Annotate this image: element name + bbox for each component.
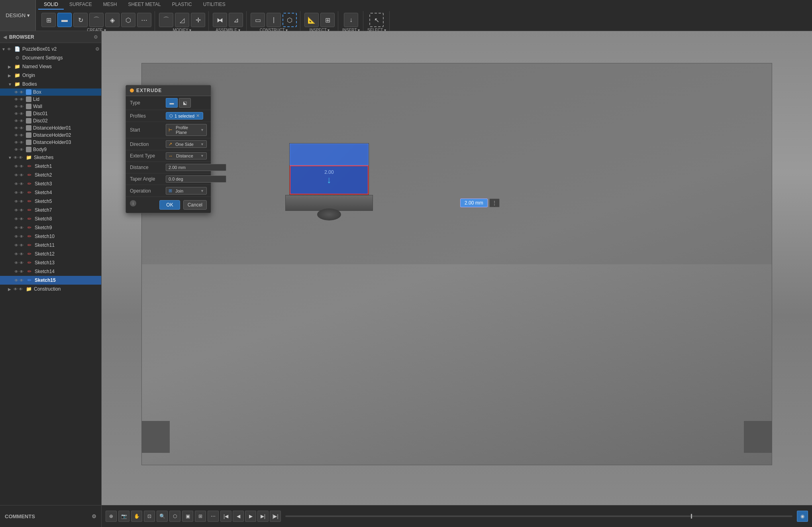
grid-icon[interactable]: ⊞ (195, 511, 206, 522)
tab-sheet-metal[interactable]: SHEET METAL (122, 0, 166, 10)
revolve-icon[interactable]: ↻ (73, 13, 88, 27)
tree-item-lid[interactable]: 👁👁 Lid (0, 96, 101, 103)
tree-item-sketch13[interactable]: 👁👁 ✏ Sketch13 (0, 258, 101, 267)
joint2-icon[interactable]: ⊿ (229, 13, 243, 27)
tree-item-sketch2[interactable]: 👁👁 ✏ Sketch2 (0, 171, 101, 179)
taper-angle-input[interactable] (166, 175, 226, 183)
design-button[interactable]: DESIGN ▾ (0, 0, 36, 31)
browser-collapse-icon[interactable]: ◀ (3, 34, 7, 40)
tree-item-sketch9[interactable]: 👁👁 ✏ Sketch9 (0, 223, 101, 232)
move-icon[interactable]: ✛ (191, 13, 205, 27)
eye-icon-dh03[interactable]: 👁 (14, 140, 18, 145)
timeline-start[interactable]: |◀ (220, 511, 231, 522)
snap-icon[interactable]: ⊕ (106, 511, 117, 522)
profiles-badge[interactable]: ⬡ 1 selected ✕ (166, 112, 203, 120)
zoom-icon[interactable]: 🔍 (157, 511, 168, 522)
more-create-icon[interactable]: ⋯ (137, 13, 151, 27)
eye-icon[interactable]: 👁 (7, 47, 11, 51)
type-thin-button[interactable]: ⬕ (179, 98, 191, 108)
active-mode-icon[interactable]: ◉ (797, 511, 808, 522)
tree-item-box[interactable]: 👁👁 Box (0, 88, 101, 96)
tab-plastic[interactable]: PLASTIC (167, 0, 198, 10)
axis-icon[interactable]: | (267, 13, 281, 27)
tree-item-named-views[interactable]: ▶ 📁 Named Views (0, 62, 101, 71)
tree-item-sketch11[interactable]: 👁👁 ✏ Sketch11 (0, 241, 101, 250)
tab-utilities[interactable]: UTILITIES (198, 0, 231, 10)
sweep-icon[interactable]: ⌒ (89, 13, 104, 27)
tab-solid[interactable]: SOLID (38, 0, 64, 10)
eye-icon-dh02[interactable]: 👁 (14, 133, 18, 138)
perspective-icon[interactable]: ⬡ (169, 511, 180, 522)
ok-button[interactable]: OK (159, 200, 180, 210)
timeline-marker[interactable] (691, 514, 692, 519)
tree-item-sketch1[interactable]: 👁👁 ✏ Sketch1 (0, 162, 101, 171)
eye-icon-lid[interactable]: 👁 (14, 97, 18, 102)
display-icon[interactable]: ▣ (182, 511, 193, 522)
timeline-end[interactable]: |▶| (270, 511, 281, 522)
eye-icon-disc01[interactable]: 👁 (14, 112, 18, 116)
eye-icon-box[interactable]: 👁 (14, 90, 18, 94)
more-display-icon[interactable]: ⋯ (208, 511, 219, 522)
new-component-icon[interactable]: ⊞ (41, 13, 56, 27)
tab-mesh[interactable]: MESH (98, 0, 123, 10)
dimension-input-more[interactable]: ⋮ (489, 199, 500, 207)
zoom-fit-icon[interactable]: ⊡ (144, 511, 155, 522)
insert-icon[interactable]: ↓ (344, 13, 358, 27)
dimension-input-field[interactable]: 2.00 mm (460, 199, 488, 207)
cancel-button[interactable]: Cancel (183, 200, 207, 210)
eye-icon-sketches[interactable]: 👁 (14, 155, 18, 160)
shell-icon[interactable]: ⬡ (121, 13, 135, 27)
start-dropdown[interactable]: ⊢ Profile Plane ▼ (166, 124, 207, 136)
eye-icon-dh01[interactable]: 👁 (14, 126, 18, 130)
loft-icon[interactable]: ◈ (105, 13, 120, 27)
measure-icon[interactable]: 📐 (304, 13, 319, 27)
tree-item-dh03[interactable]: 👁👁 DistanceHolder03 (0, 139, 101, 146)
eye-icon-disc02[interactable]: 👁 (14, 119, 18, 123)
eye-icon-wall[interactable]: 👁 (14, 104, 18, 109)
select-icon[interactable]: ↖ (369, 13, 384, 27)
extrude-icon[interactable]: ▬ (57, 13, 72, 27)
construct-active-icon[interactable]: ⬡ (282, 13, 297, 27)
tree-item-dh02[interactable]: 👁👁 DistanceHolder02 (0, 132, 101, 139)
browser-settings-icon[interactable]: ⚙ (94, 34, 98, 40)
pan-icon[interactable]: ✋ (131, 511, 142, 522)
tree-item-disc02[interactable]: 👁👁 Disc02 (0, 117, 101, 124)
settings-icon[interactable]: ⚙ (95, 46, 100, 52)
tree-item-sketch7[interactable]: 👁👁 ✏ Sketch7 (0, 206, 101, 214)
timeline-play[interactable]: ▶ (245, 511, 256, 522)
section-icon[interactable]: ⊞ (320, 13, 335, 27)
tree-item-sketch5[interactable]: 👁👁 ✏ Sketch5 (0, 197, 101, 206)
camera-icon[interactable]: 📷 (118, 511, 129, 522)
tree-item-body9[interactable]: 👁👁 Body9 (0, 146, 101, 153)
timeline-prev[interactable]: ◀ (233, 511, 244, 522)
eye-icon-body9[interactable]: 👁 (14, 147, 18, 152)
tree-item-doc-settings[interactable]: ⚙ Document Settings (0, 53, 101, 62)
distance-input[interactable] (166, 164, 226, 171)
info-icon[interactable]: i (130, 200, 136, 206)
tree-item-construction[interactable]: ▶ 👁👁 📁 Construction (0, 285, 101, 293)
tree-item-sketch3[interactable]: 👁👁 ✏ Sketch3 (0, 179, 101, 188)
fillet-icon[interactable]: ⌒ (159, 13, 173, 27)
operation-dropdown[interactable]: ⊞ Join ▼ (166, 187, 207, 195)
joint-icon[interactable]: ⧓ (213, 13, 227, 27)
direction-dropdown[interactable]: ↗ One Side ▼ (166, 140, 207, 148)
extent-type-dropdown[interactable]: ↔ Distance ▼ (166, 152, 207, 159)
plane-icon[interactable]: ▭ (251, 13, 265, 27)
tree-item-origin[interactable]: ▶ 📁 Origin (0, 71, 101, 80)
tree-item-puzzlebox[interactable]: ▼ 👁 📄 PuzzleBox01 v2 ⚙ (0, 45, 101, 53)
comments-settings-icon[interactable]: ⚙ (92, 513, 96, 519)
tree-item-wall[interactable]: 👁👁 Wall (0, 103, 101, 110)
tree-item-sketch4[interactable]: 👁👁 ✏ Sketch4 (0, 188, 101, 197)
timeline-next[interactable]: ▶| (257, 511, 269, 522)
tree-item-sketches[interactable]: ▼ 👁👁 📁 Sketches (0, 153, 101, 162)
tree-item-sketch14[interactable]: 👁👁 ✏ Sketch14 (0, 267, 101, 276)
tree-item-sketch15[interactable]: 👁👁 ✏ Sketch15 (0, 276, 101, 285)
tree-item-sketch10[interactable]: 👁👁 ✏ Sketch10 (0, 232, 101, 241)
tree-item-sketch8[interactable]: 👁👁 ✏ Sketch8 (0, 214, 101, 223)
chamfer-icon[interactable]: ◿ (175, 13, 189, 27)
tree-item-bodies[interactable]: ▼ 📁 Bodies (0, 80, 101, 88)
profiles-clear-button[interactable]: ✕ (196, 113, 200, 118)
tree-item-disc01[interactable]: 👁👁 Disc01 (0, 110, 101, 117)
type-solid-button[interactable]: ▬ (166, 98, 178, 108)
tree-item-dh01[interactable]: 👁👁 DistanceHolder01 (0, 124, 101, 132)
